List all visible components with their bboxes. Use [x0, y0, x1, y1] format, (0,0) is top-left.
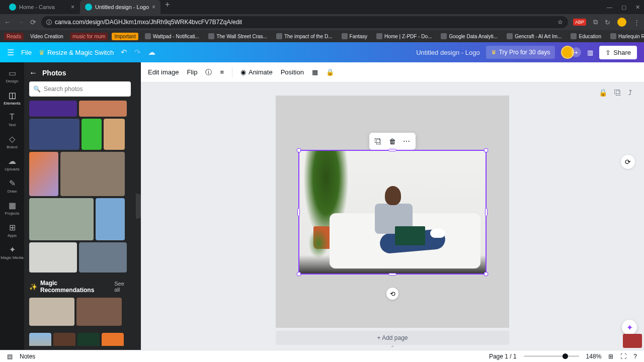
rail-apps[interactable]: ⊞Apps — [0, 220, 24, 241]
duplicate-page-icon[interactable]: ⿻ — [614, 88, 621, 97]
share-button[interactable]: ⇧Share — [599, 46, 637, 59]
grid-view-icon[interactable]: ⊞ — [608, 353, 613, 360]
extensions-icon[interactable]: ⧉ — [593, 18, 598, 26]
rail-draw[interactable]: ✎Draw — [0, 175, 24, 197]
resize-handle-tr[interactable] — [484, 148, 488, 152]
photo-thumb[interactable] — [60, 152, 125, 196]
resize-handle-rm[interactable] — [485, 208, 488, 216]
reload-icon[interactable]: ⟳ — [30, 18, 36, 26]
url-input[interactable]: ⓘ canva.com/design/DAGHJkm1mxo/JhRh9q5WR… — [41, 16, 568, 28]
photo-thumb[interactable] — [76, 298, 122, 326]
minimize-icon[interactable]: — — [607, 4, 612, 11]
duplicate-icon[interactable]: ⿻ — [372, 135, 385, 147]
panel-collapse[interactable] — [136, 62, 141, 350]
file-menu[interactable]: File — [21, 49, 32, 56]
site-info-icon[interactable]: ⓘ — [46, 19, 52, 26]
rotate-handle[interactable]: ⟲ — [386, 288, 398, 300]
photo-thumb[interactable] — [79, 242, 127, 273]
resize-handle-tm[interactable] — [388, 149, 396, 151]
browser-tab-home[interactable]: Home - Canva × — [4, 0, 79, 14]
more-icon[interactable]: ⋯ — [400, 135, 413, 147]
search-input[interactable]: 🔍 Search photos — [29, 81, 131, 97]
new-tab-button[interactable]: + — [161, 0, 174, 14]
undo-icon[interactable]: ↶ — [121, 48, 127, 57]
back-icon[interactable]: ← — [29, 68, 37, 77]
photo-thumb[interactable] — [77, 333, 100, 346]
bookmark-education[interactable]: Education — [568, 32, 603, 40]
bookmark-harlequin[interactable]: Harlequin Romance:... — [608, 32, 644, 40]
photo-thumb[interactable] — [29, 198, 94, 240]
cloud-sync-icon[interactable]: ☁ — [148, 48, 155, 57]
resize-handle-bl[interactable] — [297, 272, 301, 276]
delete-icon[interactable]: 🗑 — [386, 135, 399, 147]
close-icon[interactable]: × — [71, 4, 74, 11]
photo-thumb[interactable] — [53, 333, 75, 346]
assistant-button[interactable] — [622, 320, 637, 335]
resize-handle-bm[interactable] — [388, 273, 396, 276]
bookmark-fantasy[interactable]: Fantasy — [339, 32, 370, 40]
close-icon[interactable]: × — [152, 4, 155, 11]
position-button[interactable]: Position — [281, 68, 304, 76]
flip-button[interactable]: Flip — [187, 68, 197, 76]
photo-thumb[interactable] — [82, 119, 102, 150]
bookmark-wattpad[interactable]: Wattpad - Notificati... — [142, 32, 202, 40]
rail-design[interactable]: ▭Design — [0, 65, 24, 86]
resize-handle-tl[interactable] — [297, 148, 301, 152]
forward-icon[interactable]: → — [17, 18, 24, 26]
redo-icon[interactable]: ↷ — [134, 48, 141, 57]
add-member-button[interactable]: + — [571, 47, 581, 57]
browser-tab-design[interactable]: Untitled design - Logo × — [80, 0, 160, 14]
slider-thumb[interactable] — [562, 353, 568, 359]
regenerate-button[interactable]: ⟳ — [621, 155, 635, 169]
photo-thumb[interactable] — [29, 242, 77, 273]
list-icon[interactable]: ≡ — [220, 68, 224, 76]
video-thumbnail[interactable] — [623, 334, 642, 348]
resize-button[interactable]: ♛Resize & Magic Switch — [39, 49, 114, 56]
history-icon[interactable]: ↻ — [605, 19, 610, 26]
add-page-button[interactable]: + Add page — [276, 331, 509, 345]
rail-elements[interactable]: ◫Elements — [0, 87, 24, 109]
photo-thumb[interactable] — [79, 101, 127, 117]
photo-thumb[interactable] — [29, 119, 79, 150]
bookmark-important[interactable]: Important — [112, 33, 138, 40]
bookmark-wsj[interactable]: The Wall Street Cras... — [206, 32, 270, 40]
info-icon[interactable]: ⓘ — [205, 68, 212, 77]
rail-brand[interactable]: ◇Brand — [0, 131, 24, 152]
menu-icon[interactable]: ⋮ — [633, 19, 640, 26]
see-all-link[interactable]: See all — [114, 281, 131, 293]
help-icon[interactable]: ? — [633, 353, 637, 360]
export-page-icon[interactable]: ⤴ — [628, 88, 632, 97]
bookmark-reads[interactable]: Reads — [4, 33, 24, 40]
zoom-value[interactable]: 148% — [586, 353, 602, 360]
back-icon[interactable]: ← — [4, 18, 11, 26]
canvas-stage[interactable]: 🔒 ⿻ ⤴ ⿻ 🗑 ⋯ — [141, 82, 644, 350]
bookmark-gda[interactable]: Google Data Analyti... — [438, 32, 500, 40]
profile-avatar[interactable] — [617, 18, 626, 27]
bookmark-music[interactable]: music for mum — [70, 33, 108, 40]
animate-button[interactable]: ◉Animate — [240, 68, 273, 76]
lock-icon[interactable]: 🔒 — [326, 68, 334, 76]
transparency-icon[interactable]: ▦ — [312, 68, 318, 76]
rail-text[interactable]: TText — [0, 110, 24, 130]
adblock-icon[interactable]: ABP — [573, 19, 586, 26]
rail-projects[interactable]: ▦Projects — [0, 198, 24, 219]
photo-thumb[interactable] — [102, 333, 124, 346]
resize-handle-br[interactable] — [484, 272, 488, 276]
notes-icon[interactable]: ▤ — [7, 353, 13, 360]
document-title[interactable]: Untitled design - Logo — [416, 49, 479, 56]
bookmark-zpdf[interactable]: Home | Z-PDF - Do... — [374, 32, 434, 40]
photo-thumb[interactable] — [29, 333, 51, 346]
bookmark-impact[interactable]: The impact of the D... — [274, 32, 335, 40]
try-pro-button[interactable]: ♛Try Pro for 30 days — [486, 46, 555, 59]
bookmark-video[interactable]: Video Creation — [28, 33, 66, 40]
fullscreen-icon[interactable]: ⛶ — [620, 353, 626, 360]
photo-thumb[interactable] — [96, 198, 125, 240]
insights-icon[interactable]: ▥ — [587, 49, 593, 56]
photo-thumb[interactable] — [104, 119, 125, 150]
close-icon[interactable]: ✕ — [635, 4, 640, 11]
rail-magic[interactable]: ✦Magic Media — [0, 242, 24, 263]
zoom-slider[interactable] — [524, 355, 579, 357]
notes-button[interactable]: Notes — [20, 353, 35, 360]
photo-thumb[interactable] — [29, 298, 74, 326]
bookmark-gencraft[interactable]: Gencraft - AI Art Im... — [504, 32, 564, 40]
